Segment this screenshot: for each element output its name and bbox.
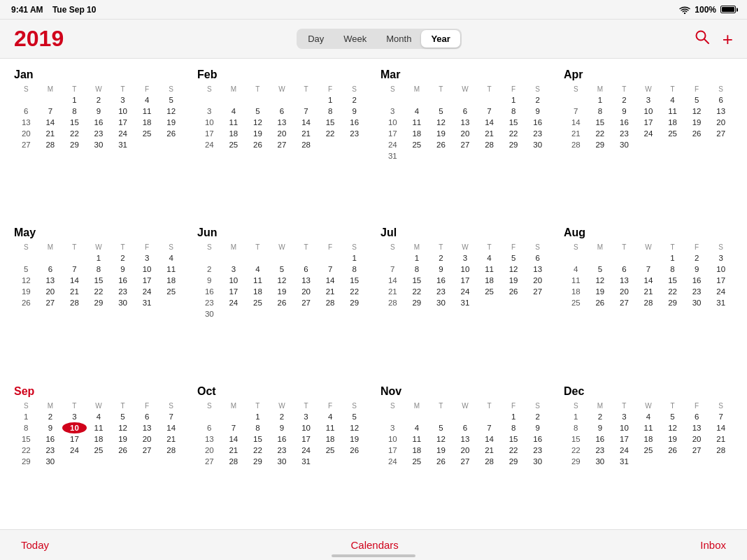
calendar-day[interactable]: 30 <box>429 297 453 308</box>
calendar-day[interactable]: 7 <box>62 264 87 275</box>
calendar-day[interactable]: 15 <box>501 117 526 128</box>
calendar-day[interactable]: 3 <box>636 94 661 106</box>
calendar-day[interactable]: 12 <box>429 117 453 128</box>
calendar-day[interactable]: 5 <box>270 264 294 275</box>
calendar-day[interactable]: 8 <box>246 422 270 433</box>
calendar-day[interactable]: 9 <box>342 106 367 117</box>
calendar-day[interactable]: 6 <box>453 106 478 117</box>
calendar-day[interactable]: 15 <box>246 433 270 445</box>
calendar-day[interactable]: 5 <box>588 264 613 275</box>
calendar-day[interactable]: 21 <box>38 128 63 139</box>
calendar-day[interactable]: 15 <box>660 275 685 286</box>
calendar-day[interactable]: 20 <box>135 433 159 445</box>
calendar-day[interactable]: 7 <box>564 106 588 117</box>
calendar-day[interactable]: 23 <box>525 445 550 456</box>
calendar-day[interactable]: 25 <box>159 286 183 297</box>
calendar-day[interactable]: 5 <box>246 106 270 117</box>
calendar-day[interactable]: 26 <box>159 128 183 139</box>
calendar-day[interactable]: 20 <box>38 286 63 297</box>
calendar-day[interactable]: 29 <box>588 139 613 150</box>
calendar-day[interactable]: 9 <box>525 106 550 117</box>
calendar-day[interactable]: 2 <box>87 94 111 106</box>
calendar-day[interactable]: 30 <box>87 139 111 150</box>
calendar-day[interactable]: 18 <box>222 128 246 139</box>
add-icon[interactable]: + <box>723 30 733 48</box>
calendar-day[interactable]: 13 <box>525 264 550 275</box>
calendar-day[interactable]: 10 <box>380 117 405 128</box>
calendars-button[interactable]: Calendars <box>350 539 398 551</box>
calendar-day[interactable]: 4 <box>87 411 111 422</box>
calendar-day[interactable]: 5 <box>159 94 183 106</box>
calendar-day[interactable]: 18 <box>135 117 159 128</box>
calendar-day[interactable]: 9 <box>111 264 135 275</box>
calendar-day[interactable]: 7 <box>294 106 318 117</box>
search-icon[interactable] <box>695 29 710 48</box>
calendar-day[interactable]: 30 <box>525 456 550 467</box>
calendar-day[interactable]: 7 <box>222 422 246 433</box>
calendar-day[interactable]: 24 <box>636 128 661 139</box>
calendar-day[interactable]: 23 <box>588 445 613 456</box>
calendar-day[interactable]: 7 <box>318 264 343 275</box>
calendar-day[interactable]: 15 <box>14 433 38 445</box>
calendar-day[interactable]: 13 <box>709 106 733 117</box>
calendar-day[interactable]: 18 <box>636 433 661 445</box>
calendar-day[interactable]: 28 <box>709 445 733 456</box>
calendar-day[interactable]: 23 <box>685 286 709 297</box>
calendar-day[interactable]: 4 <box>660 94 685 106</box>
calendar-day[interactable]: 18 <box>405 128 429 139</box>
calendar-day[interactable]: 29 <box>87 297 111 308</box>
calendar-day[interactable]: 19 <box>111 433 135 445</box>
calendar-day[interactable]: 21 <box>222 445 246 456</box>
calendar-day[interactable]: 18 <box>318 433 343 445</box>
calendar-day[interactable]: 21 <box>564 128 588 139</box>
calendar-day[interactable]: 21 <box>62 286 87 297</box>
calendar-day[interactable]: 19 <box>429 128 453 139</box>
calendar-day[interactable]: 12 <box>270 275 294 286</box>
calendar-day[interactable]: 1 <box>62 94 87 106</box>
calendar-day[interactable]: 21 <box>709 433 733 445</box>
calendar-day[interactable]: 3 <box>62 411 87 422</box>
calendar-day[interactable]: 17 <box>111 117 135 128</box>
calendar-day[interactable]: 10 <box>62 422 87 433</box>
calendar-day[interactable]: 15 <box>87 275 111 286</box>
calendar-day[interactable]: 16 <box>111 275 135 286</box>
calendar-day[interactable]: 13 <box>135 422 159 433</box>
calendar-day[interactable]: 16 <box>38 433 63 445</box>
calendar-day[interactable]: 30 <box>525 139 550 150</box>
calendar-day[interactable]: 26 <box>685 128 709 139</box>
calendar-day[interactable]: 24 <box>380 139 405 150</box>
calendar-day[interactable]: 24 <box>380 456 405 467</box>
calendar-day[interactable]: 14 <box>709 422 733 433</box>
calendar-day[interactable]: 13 <box>612 275 636 286</box>
calendar-day[interactable]: 23 <box>525 128 550 139</box>
calendar-day[interactable]: 25 <box>222 139 246 150</box>
calendar-day[interactable]: 10 <box>135 264 159 275</box>
calendar-day[interactable]: 24 <box>222 297 246 308</box>
calendar-day[interactable]: 12 <box>159 106 183 117</box>
calendar-day[interactable]: 19 <box>246 128 270 139</box>
calendar-day[interactable]: 6 <box>197 422 222 433</box>
calendar-day[interactable]: 14 <box>636 275 661 286</box>
calendar-day[interactable]: 3 <box>294 411 318 422</box>
calendar-day[interactable]: 26 <box>588 297 613 308</box>
calendar-day[interactable]: 15 <box>564 433 588 445</box>
calendar-day[interactable]: 13 <box>14 117 38 128</box>
calendar-day[interactable]: 23 <box>38 445 63 456</box>
calendar-day[interactable]: 22 <box>318 128 343 139</box>
calendar-day[interactable]: 29 <box>246 456 270 467</box>
calendar-day[interactable]: 29 <box>405 297 429 308</box>
calendar-day[interactable]: 8 <box>318 106 343 117</box>
calendar-day[interactable]: 4 <box>159 252 183 264</box>
calendar-day[interactable]: 28 <box>636 297 661 308</box>
calendar-day[interactable]: 5 <box>660 411 685 422</box>
calendar-day[interactable]: 8 <box>62 106 87 117</box>
calendar-day[interactable]: 20 <box>525 275 550 286</box>
calendar-day[interactable]: 16 <box>197 286 222 297</box>
calendar-day[interactable]: 12 <box>501 264 526 275</box>
calendar-day[interactable]: 10 <box>111 106 135 117</box>
calendar-day[interactable]: 25 <box>87 445 111 456</box>
calendar-day[interactable]: 9 <box>685 264 709 275</box>
calendar-day[interactable]: 31 <box>135 297 159 308</box>
calendar-day[interactable]: 24 <box>135 286 159 297</box>
calendar-day[interactable]: 20 <box>270 128 294 139</box>
